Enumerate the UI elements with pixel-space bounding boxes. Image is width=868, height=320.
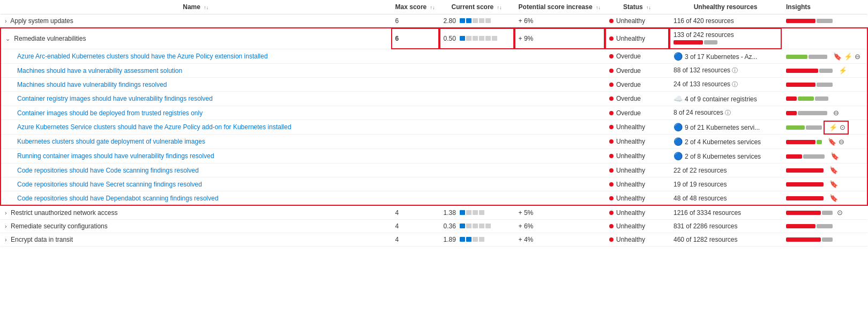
current-score-sort-icon[interactable]: ↑↓ <box>497 5 502 10</box>
bookmark-icon[interactable]: 🔖 <box>833 53 842 61</box>
lightning-icon[interactable]: ⚡ <box>829 123 837 131</box>
row-remediate-vulnerabilities: ⌄ Remediate vulnerabilities 6 0.50 + 9% … <box>1 28 867 49</box>
insight-bar <box>786 69 833 73</box>
bookmark-icon[interactable]: 🔖 <box>828 138 836 146</box>
child-current-score <box>439 64 514 78</box>
row-remediate-security-configurations: › Remediate security configurations 4 0.… <box>1 220 867 233</box>
col-max-score[interactable]: Max score ↑↓ <box>391 0 439 14</box>
child-link[interactable]: Machines should have vulnerability findi… <box>17 81 167 88</box>
child-insights: ⚡⊙ <box>782 120 867 135</box>
status-dot <box>609 69 613 73</box>
child-status: Unhealthy <box>605 163 669 177</box>
status-dot <box>609 19 613 23</box>
status-dot <box>609 237 613 242</box>
col-status[interactable]: Status ↑↓ <box>605 0 669 14</box>
child-status: Overdue <box>605 106 669 120</box>
bookmark-icon[interactable]: 🔖 <box>830 152 839 160</box>
potential-sort-icon[interactable]: ↑↓ <box>596 5 601 10</box>
child-name-cell: Azure Kubernetes Service clusters should… <box>1 120 391 135</box>
potential-increase-cell: + 5% <box>514 205 605 220</box>
current-score-cell: 0.50 <box>439 28 514 49</box>
expand-icon[interactable]: ⌄ <box>5 35 10 42</box>
child-link[interactable]: Kubernetes clusters should gate deployme… <box>17 138 205 145</box>
col-current-score[interactable]: Current score ↑↓ <box>439 0 514 14</box>
insight-bar <box>786 224 833 228</box>
child-potential <box>514 78 605 92</box>
insight-bar <box>786 125 822 130</box>
status-dot <box>609 96 613 101</box>
child-insights: ⚡ <box>782 64 867 78</box>
row-name: Remediate security configurations <box>11 222 108 230</box>
child-potential <box>514 49 605 64</box>
kubernetes-icon: 🔵 <box>674 137 683 146</box>
row-child-vulnerability-findings: Machines should have vulnerability findi… <box>1 78 867 92</box>
child-current-score <box>439 78 514 92</box>
expand-icon[interactable]: › <box>5 210 7 216</box>
status-cell: Unhealthy <box>605 205 669 220</box>
child-link[interactable]: Machines should have a vulnerability ass… <box>17 67 182 75</box>
expand-icon[interactable]: › <box>5 18 7 24</box>
child-unhealthy: 88 of 132 resourcesⓘ <box>669 64 782 78</box>
child-link[interactable]: Code repositories should have Dependabot… <box>17 195 219 202</box>
child-potential <box>514 106 605 120</box>
child-status: Overdue <box>605 78 669 92</box>
row-name: Encrypt data in transit <box>11 236 73 243</box>
child-name-cell: Machines should have vulnerability findi… <box>1 78 391 92</box>
child-link[interactable]: Azure Arc-enabled Kubernetes clusters sh… <box>17 53 268 60</box>
status-cell: Unhealthy <box>605 220 669 233</box>
child-status: Unhealthy <box>605 191 669 206</box>
child-potential <box>514 149 605 163</box>
lightning-icon[interactable]: ⚡ <box>844 53 852 61</box>
bookmark-icon[interactable]: 🔖 <box>829 166 838 174</box>
child-insights <box>782 92 867 106</box>
col-potential-increase[interactable]: Potential score increase ↑↓ <box>514 0 605 14</box>
child-link[interactable]: Azure Kubernetes Service clusters should… <box>17 123 291 131</box>
child-link[interactable]: Running container images should have vul… <box>17 152 214 160</box>
row-name: Remediate vulnerabilities <box>14 35 86 42</box>
row-name: Apply system updates <box>10 17 73 25</box>
child-max-score <box>391 177 439 191</box>
status-dot <box>609 125 613 129</box>
max-score-sort-icon[interactable]: ↑↓ <box>430 5 435 10</box>
circle-o-icon[interactable]: ⊙ <box>840 123 845 131</box>
child-current-score <box>439 49 514 64</box>
child-link[interactable]: Container registry images should have vu… <box>17 95 213 102</box>
child-link[interactable]: Container images should be deployed from… <box>17 109 203 117</box>
child-status: Unhealthy <box>605 120 669 135</box>
child-insights: 🔖 <box>782 177 867 191</box>
child-link[interactable]: Code repositories should have Secret sca… <box>17 181 202 188</box>
status-sort-icon[interactable]: ↑↓ <box>646 5 651 10</box>
circle-o-icon[interactable]: ⊙ <box>837 209 843 217</box>
status-cell: Unhealthy <box>605 14 669 28</box>
child-link[interactable]: Code repositories should have Code scann… <box>17 167 199 174</box>
row-child-container-registry-images: Container registry images should have vu… <box>1 92 867 106</box>
child-unhealthy: ☁️4 of 9 container registries <box>669 92 782 106</box>
child-name-cell: Code repositories should have Code scann… <box>1 163 391 177</box>
child-max-score <box>391 92 439 106</box>
lightning-icon[interactable]: ⚡ <box>839 66 847 75</box>
insight-bar <box>786 168 824 173</box>
col-unhealthy-resources[interactable]: Unhealthy resources <box>669 0 782 14</box>
name-sort-icon[interactable]: ↑↓ <box>204 5 208 10</box>
row-child-kubernetes-gate-deployment: Kubernetes clusters should gate deployme… <box>1 135 867 149</box>
bookmark-icon[interactable]: 🔖 <box>829 180 838 188</box>
unhealthy-resources-cell: 831 of 2286 resources <box>669 220 782 233</box>
insights-cell <box>782 14 867 28</box>
circle-minus-icon[interactable]: ⊖ <box>855 53 860 61</box>
bookmark-icon[interactable]: 🔖 <box>829 194 838 202</box>
child-insights: ⊖ <box>782 106 867 120</box>
circle-minus-icon[interactable]: ⊖ <box>839 138 844 146</box>
unhealthy-resources-cell: 133 of 242 resources <box>669 28 782 49</box>
status-dot <box>609 168 613 173</box>
child-status: Overdue <box>605 64 669 78</box>
child-name-cell: Code repositories should have Secret sca… <box>1 177 391 191</box>
child-name-cell: Machines should have a vulnerability ass… <box>1 64 391 78</box>
potential-increase-cell: + 6% <box>514 220 605 233</box>
circle-minus-icon[interactable]: ⊖ <box>833 109 839 117</box>
col-name[interactable]: Name ↑↓ <box>1 0 391 14</box>
expand-icon[interactable]: › <box>5 223 7 229</box>
child-potential <box>514 135 605 149</box>
expand-icon[interactable]: › <box>5 236 7 243</box>
name-cell: ⌄ Remediate vulnerabilities <box>1 28 391 49</box>
child-current-score <box>439 106 514 120</box>
